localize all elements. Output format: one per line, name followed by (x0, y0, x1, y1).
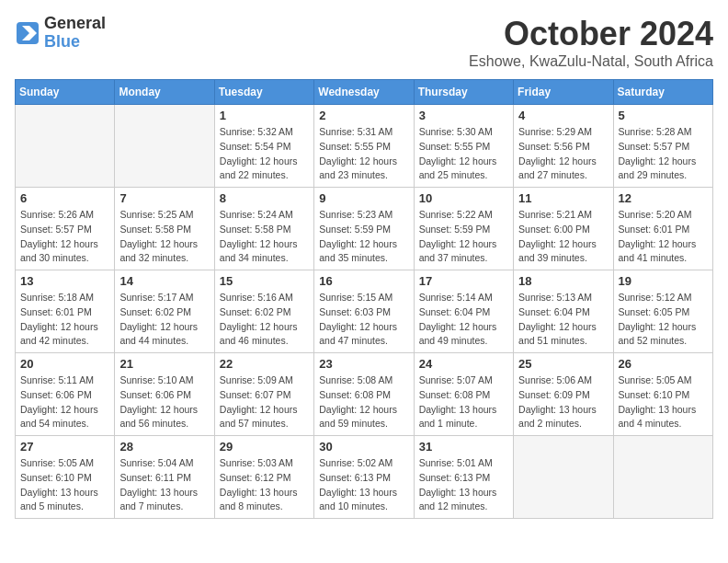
day-info: Sunrise: 5:31 AMSunset: 5:55 PMDaylight:… (319, 125, 408, 183)
day-cell: 2Sunrise: 5:31 AMSunset: 5:55 PMDaylight… (314, 105, 414, 188)
month-title: October 2024 (469, 15, 713, 53)
day-info: Sunrise: 5:07 AMSunset: 6:08 PMDaylight:… (419, 373, 508, 431)
day-number: 25 (518, 357, 608, 371)
day-number: 11 (518, 191, 608, 205)
day-cell: 23Sunrise: 5:08 AMSunset: 6:08 PMDayligh… (314, 353, 414, 436)
day-cell (514, 436, 613, 519)
location-title: Eshowe, KwaZulu-Natal, South Africa (469, 53, 713, 70)
col-header-sunday: Sunday (16, 80, 115, 105)
day-cell: 13Sunrise: 5:18 AMSunset: 6:01 PMDayligh… (16, 270, 115, 353)
day-info: Sunrise: 5:22 AMSunset: 5:59 PMDaylight:… (419, 208, 508, 266)
day-cell: 8Sunrise: 5:24 AMSunset: 5:58 PMDaylight… (214, 188, 313, 270)
day-info: Sunrise: 5:13 AMSunset: 6:04 PMDaylight:… (518, 291, 608, 349)
day-info: Sunrise: 5:18 AMSunset: 6:01 PMDaylight:… (20, 291, 109, 349)
day-info: Sunrise: 5:05 AMSunset: 6:10 PMDaylight:… (619, 373, 708, 431)
day-cell (613, 436, 712, 519)
day-cell: 5Sunrise: 5:28 AMSunset: 5:57 PMDaylight… (613, 105, 712, 188)
logo-line2: Blue (44, 33, 106, 52)
logo-text: General Blue (44, 15, 106, 52)
day-cell: 19Sunrise: 5:12 AMSunset: 6:05 PMDayligh… (613, 270, 712, 353)
week-row-3: 13Sunrise: 5:18 AMSunset: 6:01 PMDayligh… (16, 270, 713, 353)
day-info: Sunrise: 5:08 AMSunset: 6:08 PMDaylight:… (319, 373, 408, 431)
day-number: 27 (20, 440, 109, 454)
day-info: Sunrise: 5:11 AMSunset: 6:06 PMDaylight:… (20, 373, 109, 431)
header: General Blue October 2024 Eshowe, KwaZul… (15, 15, 713, 70)
day-cell: 9Sunrise: 5:23 AMSunset: 5:59 PMDaylight… (314, 188, 414, 270)
day-info: Sunrise: 5:03 AMSunset: 6:12 PMDaylight:… (220, 456, 309, 514)
day-info: Sunrise: 5:06 AMSunset: 6:09 PMDaylight:… (518, 373, 608, 431)
logo-icon (15, 20, 40, 46)
day-cell: 22Sunrise: 5:09 AMSunset: 6:07 PMDayligh… (214, 353, 313, 436)
calendar-table: SundayMondayTuesdayWednesdayThursdayFrid… (15, 79, 713, 519)
day-number: 2 (319, 109, 408, 122)
header-row: SundayMondayTuesdayWednesdayThursdayFrid… (16, 80, 713, 105)
day-number: 17 (419, 274, 508, 288)
day-info: Sunrise: 5:01 AMSunset: 6:13 PMDaylight:… (419, 456, 508, 514)
logo-line1: General (44, 15, 106, 33)
day-cell: 21Sunrise: 5:10 AMSunset: 6:06 PMDayligh… (115, 353, 214, 436)
day-cell: 30Sunrise: 5:02 AMSunset: 6:13 PMDayligh… (314, 436, 414, 519)
day-number: 21 (119, 357, 209, 371)
day-cell (115, 105, 214, 188)
day-info: Sunrise: 5:04 AMSunset: 6:11 PMDaylight:… (119, 456, 209, 514)
day-number: 24 (419, 357, 508, 371)
day-number: 29 (220, 440, 309, 454)
day-info: Sunrise: 5:15 AMSunset: 6:03 PMDaylight:… (319, 291, 408, 349)
day-number: 7 (119, 191, 209, 205)
day-number: 19 (619, 274, 708, 288)
day-cell: 17Sunrise: 5:14 AMSunset: 6:04 PMDayligh… (414, 270, 513, 353)
week-row-2: 6Sunrise: 5:26 AMSunset: 5:57 PMDaylight… (16, 188, 713, 270)
col-header-wednesday: Wednesday (314, 80, 414, 105)
day-info: Sunrise: 5:14 AMSunset: 6:04 PMDaylight:… (419, 291, 508, 349)
day-cell (16, 105, 115, 188)
day-number: 13 (20, 274, 109, 288)
week-row-1: 1Sunrise: 5:32 AMSunset: 5:54 PMDaylight… (16, 105, 713, 188)
day-info: Sunrise: 5:32 AMSunset: 5:54 PMDaylight:… (220, 125, 309, 183)
day-number: 14 (119, 274, 209, 288)
day-info: Sunrise: 5:24 AMSunset: 5:58 PMDaylight:… (220, 208, 309, 266)
day-cell: 29Sunrise: 5:03 AMSunset: 6:12 PMDayligh… (214, 436, 313, 519)
day-number: 3 (419, 109, 508, 122)
col-header-friday: Friday (514, 80, 613, 105)
day-cell: 11Sunrise: 5:21 AMSunset: 6:00 PMDayligh… (514, 188, 613, 270)
week-row-5: 27Sunrise: 5:05 AMSunset: 6:10 PMDayligh… (16, 436, 713, 519)
day-info: Sunrise: 5:20 AMSunset: 6:01 PMDaylight:… (619, 208, 708, 266)
week-row-4: 20Sunrise: 5:11 AMSunset: 6:06 PMDayligh… (16, 353, 713, 436)
day-number: 28 (119, 440, 209, 454)
day-number: 1 (220, 109, 309, 122)
day-cell: 31Sunrise: 5:01 AMSunset: 6:13 PMDayligh… (414, 436, 513, 519)
day-number: 5 (619, 109, 708, 122)
day-cell: 28Sunrise: 5:04 AMSunset: 6:11 PMDayligh… (115, 436, 214, 519)
day-info: Sunrise: 5:09 AMSunset: 6:07 PMDaylight:… (220, 373, 309, 431)
day-cell: 16Sunrise: 5:15 AMSunset: 6:03 PMDayligh… (314, 270, 414, 353)
logo: General Blue (15, 15, 106, 52)
col-header-saturday: Saturday (613, 80, 712, 105)
day-number: 30 (319, 440, 408, 454)
day-number: 6 (20, 191, 109, 205)
day-number: 4 (518, 109, 608, 122)
day-cell: 7Sunrise: 5:25 AMSunset: 5:58 PMDaylight… (115, 188, 214, 270)
col-header-monday: Monday (115, 80, 214, 105)
day-info: Sunrise: 5:16 AMSunset: 6:02 PMDaylight:… (220, 291, 309, 349)
col-header-thursday: Thursday (414, 80, 513, 105)
day-info: Sunrise: 5:25 AMSunset: 5:58 PMDaylight:… (119, 208, 209, 266)
day-cell: 20Sunrise: 5:11 AMSunset: 6:06 PMDayligh… (16, 353, 115, 436)
day-info: Sunrise: 5:29 AMSunset: 5:56 PMDaylight:… (518, 125, 608, 183)
day-number: 8 (220, 191, 309, 205)
day-cell: 27Sunrise: 5:05 AMSunset: 6:10 PMDayligh… (16, 436, 115, 519)
day-cell: 18Sunrise: 5:13 AMSunset: 6:04 PMDayligh… (514, 270, 613, 353)
day-info: Sunrise: 5:12 AMSunset: 6:05 PMDaylight:… (619, 291, 708, 349)
day-info: Sunrise: 5:26 AMSunset: 5:57 PMDaylight:… (20, 208, 109, 266)
day-info: Sunrise: 5:10 AMSunset: 6:06 PMDaylight:… (119, 373, 209, 431)
day-info: Sunrise: 5:21 AMSunset: 6:00 PMDaylight:… (518, 208, 608, 266)
day-number: 15 (220, 274, 309, 288)
day-info: Sunrise: 5:23 AMSunset: 5:59 PMDaylight:… (319, 208, 408, 266)
day-info: Sunrise: 5:28 AMSunset: 5:57 PMDaylight:… (619, 125, 708, 183)
day-cell: 25Sunrise: 5:06 AMSunset: 6:09 PMDayligh… (514, 353, 613, 436)
day-cell: 1Sunrise: 5:32 AMSunset: 5:54 PMDaylight… (214, 105, 313, 188)
day-number: 18 (518, 274, 608, 288)
day-cell: 26Sunrise: 5:05 AMSunset: 6:10 PMDayligh… (613, 353, 712, 436)
day-number: 26 (619, 357, 708, 371)
day-number: 9 (319, 191, 408, 205)
day-number: 22 (220, 357, 309, 371)
